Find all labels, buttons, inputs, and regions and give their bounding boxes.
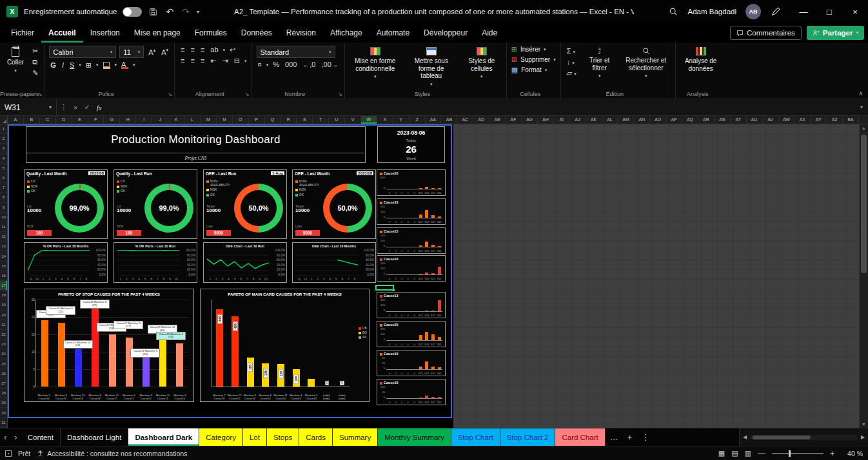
- underline-button[interactable]: S: [68, 61, 75, 70]
- column-header-B[interactable]: B: [24, 116, 40, 124]
- wrap-text-icon[interactable]: ↩: [228, 46, 237, 54]
- sheet-tab-stops[interactable]: Stops: [267, 428, 299, 446]
- sheet-tab-monthly-summary[interactable]: Monthly Summary: [378, 428, 451, 446]
- column-header-AC[interactable]: AC: [457, 116, 473, 124]
- percent-style-button[interactable]: %: [271, 61, 281, 69]
- ribbon-tab-accueil[interactable]: Accueil: [41, 23, 83, 43]
- ribbon-tab-fichier[interactable]: Fichier: [4, 23, 41, 43]
- excel-logo[interactable]: X: [6, 6, 18, 17]
- row-header-15[interactable]: 15: [0, 262, 7, 271]
- ink-pen-icon[interactable]: [770, 6, 782, 17]
- column-header-AA[interactable]: AA: [426, 116, 442, 124]
- row-header-8[interactable]: 8: [0, 193, 7, 202]
- format-painter-icon[interactable]: ✎: [31, 69, 39, 77]
- row-header-27[interactable]: 27: [0, 379, 7, 388]
- row-header-7[interactable]: 7: [0, 183, 7, 193]
- ribbon-tab-mise-en-page[interactable]: Mise en page: [127, 23, 188, 43]
- column-header-G[interactable]: G: [104, 116, 120, 124]
- cut-icon[interactable]: ✂: [31, 47, 39, 55]
- ribbon-tab-automate[interactable]: Automate: [370, 23, 417, 43]
- font-size-select[interactable]: 11 ▾: [119, 46, 144, 58]
- align-right-icon[interactable]: ≡: [199, 57, 206, 65]
- more-sheets-icon[interactable]: …: [606, 428, 623, 446]
- vertical-scroll-thumb[interactable]: [861, 135, 867, 273]
- column-header-U[interactable]: U: [329, 116, 345, 124]
- column-header-AJ[interactable]: AJ: [570, 116, 586, 124]
- column-header-AI[interactable]: AI: [554, 116, 570, 124]
- column-header-AF[interactable]: AF: [506, 116, 522, 124]
- column-header-AG[interactable]: AG: [522, 116, 538, 124]
- align-top-icon[interactable]: ≡: [179, 46, 186, 54]
- merge-center-icon[interactable]: ⊟: [233, 57, 241, 65]
- row-header-23[interactable]: 23: [0, 340, 7, 349]
- undo-icon[interactable]: ↶: [164, 6, 175, 17]
- column-header-AQ[interactable]: AQ: [682, 116, 698, 124]
- decrease-font-icon[interactable]: A▾: [160, 47, 170, 57]
- share-button[interactable]: Partager ▾: [807, 26, 864, 40]
- sheet-tab-dashboard-dark[interactable]: Dashboard Dark: [128, 428, 199, 446]
- user-name[interactable]: Adam Bagdadi: [688, 8, 736, 15]
- row-header-16[interactable]: 16: [0, 271, 7, 281]
- row-header-18[interactable]: 18: [0, 291, 7, 300]
- name-box[interactable]: W31 ▾: [0, 99, 57, 115]
- font-name-select[interactable]: Calibri ▾: [49, 46, 116, 58]
- row-header-1[interactable]: 1: [0, 124, 7, 134]
- zoom-slider[interactable]: [772, 453, 824, 454]
- column-header-AP[interactable]: AP: [666, 116, 682, 124]
- row-header-2[interactable]: 2: [0, 134, 7, 144]
- column-header-BA[interactable]: BA: [843, 116, 859, 124]
- row-header-10[interactable]: 10: [0, 213, 7, 222]
- column-header-AN[interactable]: AN: [634, 116, 650, 124]
- borders-icon[interactable]: ⊞: [84, 61, 93, 70]
- horizontal-scroll-thumb[interactable]: [753, 436, 811, 439]
- row-header-24[interactable]: 24: [0, 349, 7, 359]
- number-dialog-launcher-icon[interactable]: ↘: [338, 91, 342, 97]
- zoom-out-button[interactable]: —: [758, 450, 765, 457]
- column-header-T[interactable]: T: [313, 116, 329, 124]
- row-header-11[interactable]: 11: [0, 222, 7, 232]
- column-header-N[interactable]: N: [217, 116, 233, 124]
- macro-record-icon[interactable]: [5, 450, 12, 457]
- column-header-V[interactable]: V: [345, 116, 361, 124]
- autosave-toggle[interactable]: [123, 7, 142, 17]
- ribbon-tab-données[interactable]: Données: [234, 23, 279, 43]
- expand-formula-bar-icon[interactable]: ▾: [855, 99, 868, 115]
- column-header-F[interactable]: F: [88, 116, 104, 124]
- sheet-tab-card-chart[interactable]: Card Chart: [555, 428, 605, 446]
- column-header-AX[interactable]: AX: [794, 116, 811, 124]
- sheet-tab-content[interactable]: Content: [21, 428, 61, 446]
- row-header-9[interactable]: 9: [0, 203, 7, 213]
- column-header-AE[interactable]: AE: [489, 116, 506, 124]
- column-header-J[interactable]: J: [152, 116, 168, 124]
- column-header-Z[interactable]: Z: [409, 116, 426, 124]
- font-color-icon[interactable]: A: [120, 61, 130, 70]
- column-header-AV[interactable]: AV: [763, 116, 779, 124]
- insert-cells-button[interactable]: ⊞ Insérer ▾: [511, 46, 556, 53]
- italic-button[interactable]: I: [61, 61, 65, 70]
- format-cells-button[interactable]: ▦ Format ▾: [511, 66, 556, 73]
- zoom-in-button[interactable]: +: [830, 450, 834, 457]
- column-header-AK[interactable]: AK: [586, 116, 602, 124]
- row-header-3[interactable]: 3: [0, 144, 7, 153]
- ribbon-tab-formules[interactable]: Formules: [188, 23, 234, 43]
- decrease-indent-icon[interactable]: ⇤: [209, 57, 217, 65]
- format-as-table-button[interactable]: Mettre sous forme de tableau ▾: [406, 46, 457, 88]
- row-header-17[interactable]: 17: [0, 281, 7, 291]
- column-header-AZ[interactable]: AZ: [827, 116, 843, 124]
- decrease-decimal-icon[interactable]: ,00→: [320, 61, 339, 69]
- column-header-I[interactable]: I: [136, 116, 152, 124]
- column-header-AS[interactable]: AS: [715, 116, 731, 124]
- tabbar-menu-icon[interactable]: ⋮: [636, 428, 654, 446]
- sheet-tab-category[interactable]: Category: [199, 428, 243, 446]
- column-header-R[interactable]: R: [281, 116, 297, 124]
- delete-cells-button[interactable]: ⊠ Supprimer ▾: [511, 56, 556, 63]
- column-header-E[interactable]: E: [72, 116, 88, 124]
- collapse-ribbon-icon[interactable]: ∧: [858, 90, 863, 97]
- spreadsheet-canvas[interactable]: Production Monitoring Dashboard Projet C…: [8, 124, 859, 428]
- column-header-K[interactable]: K: [168, 116, 184, 124]
- row-header-12[interactable]: 12: [0, 232, 7, 242]
- select-all-corner[interactable]: [0, 116, 8, 124]
- horizontal-scrollbar[interactable]: ◀ ▶: [739, 428, 868, 446]
- column-header-D[interactable]: D: [56, 116, 72, 124]
- row-header-25[interactable]: 25: [0, 359, 7, 369]
